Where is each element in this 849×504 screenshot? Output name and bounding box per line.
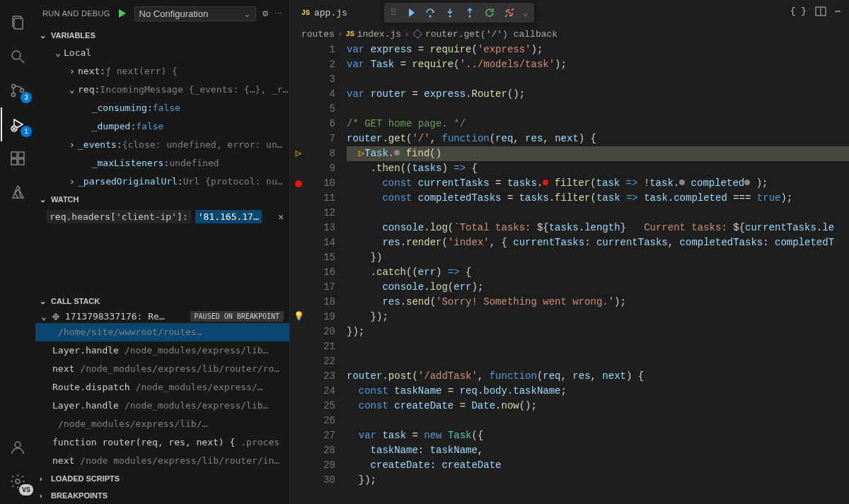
- more-actions-icon[interactable]: ⋯: [835, 6, 841, 20]
- editor-tabs: JS app.js ⠿ ⌄ { } ⋯: [290, 0, 849, 25]
- js-icon: JS: [301, 9, 310, 17]
- step-into-button[interactable]: [444, 6, 456, 19]
- tab-app-js[interactable]: JS app.js: [293, 0, 356, 25]
- thread-row[interactable]: ⌄ 1713798337176: Re… PAUSED ON BREAKPOIN…: [35, 310, 289, 323]
- var-consuming[interactable]: _consuming: false: [35, 99, 289, 117]
- activity-search[interactable]: [1, 40, 35, 74]
- svg-point-4: [12, 85, 16, 88]
- start-debug-button[interactable]: [116, 7, 129, 20]
- js-icon: JS: [346, 30, 354, 38]
- editor-area: JS app.js ⠿ ⌄ { } ⋯ routes › JS index.js…: [290, 0, 849, 504]
- svg-rect-26: [413, 30, 422, 38]
- split-editor-icon[interactable]: [815, 6, 826, 20]
- activity-extensions[interactable]: [1, 141, 35, 175]
- svg-point-21: [429, 16, 431, 18]
- svg-line-3: [20, 59, 24, 63]
- svg-point-16: [16, 479, 20, 484]
- config-select[interactable]: No Configuration⌄: [134, 6, 256, 21]
- watch-remove-icon[interactable]: ✕: [278, 211, 284, 222]
- var-next[interactable]: › next: ƒ next(err) {: [35, 62, 289, 81]
- watch-body: req.headers['client-ip']: '81.165.17… ✕: [35, 208, 289, 225]
- svg-point-15: [15, 442, 21, 447]
- callstack-section-header[interactable]: ⌄CALL STACK: [35, 293, 289, 310]
- activity-bar: 3 1 VS: [0, 0, 35, 504]
- more-icon[interactable]: ⋯: [275, 9, 282, 18]
- continue-button[interactable]: [404, 6, 417, 19]
- stack-frame[interactable]: Layer.handle/node_modules/express/lib…: [35, 397, 289, 415]
- svg-point-23: [468, 16, 470, 18]
- svg-rect-13: [18, 159, 24, 165]
- variables-body: ⌄ Local › next: ƒ next(err) { ⌄ req: Inc…: [35, 44, 289, 191]
- stack-frame[interactable]: /home/site/wwwroot/routes…: [35, 323, 289, 341]
- drag-handle-icon[interactable]: ⠿: [390, 7, 397, 18]
- svg-rect-1: [14, 18, 23, 29]
- paused-badge: PAUSED ON BREAKPOINT: [190, 311, 284, 322]
- debug-toolbar: ⠿ ⌄: [384, 3, 534, 23]
- stack-frame[interactable]: Layer.handle/node_modules/express/lib…: [35, 341, 289, 360]
- code-editor[interactable]: ▷💡 1234567891011121314151617181920212223…: [290, 42, 849, 504]
- restart-button[interactable]: [483, 6, 496, 19]
- svg-point-5: [12, 93, 16, 97]
- activity-debug[interactable]: 1: [1, 107, 35, 141]
- svg-marker-17: [119, 9, 126, 18]
- activity-settings[interactable]: VS: [1, 464, 35, 498]
- step-out-button[interactable]: [463, 6, 476, 19]
- variables-section-header[interactable]: ⌄VARIABLES: [35, 27, 289, 44]
- stack-frame[interactable]: next/node_modules/express/lib/router/ro…: [35, 360, 289, 378]
- stack-frame[interactable]: next/node modules/express/lib/router/in…: [35, 452, 289, 470]
- debug-sidebar: RUN AND DEBUG No Configuration⌄ ⚙ ⋯ ⌄VAR…: [35, 0, 290, 504]
- activity-explorer[interactable]: [1, 6, 35, 40]
- var-maxlisteners[interactable]: _maxListeners: undefined: [35, 154, 289, 172]
- step-over-button[interactable]: [424, 6, 437, 19]
- var-parsedurl[interactable]: › _parsedOriginalUrl: Url {protocol: nu…: [35, 172, 289, 191]
- stack-frame[interactable]: /node_modules/express/lib/…: [35, 415, 289, 433]
- stack-frame[interactable]: function router(req, res, next) {.proces: [35, 433, 289, 452]
- callstack-body: ⌄ 1713798337176: Re… PAUSED ON BREAKPOIN…: [35, 310, 289, 470]
- gear-icon[interactable]: ⚙: [262, 9, 269, 18]
- activity-account[interactable]: [1, 430, 35, 464]
- method-icon: [412, 29, 422, 39]
- chevron-down-icon[interactable]: ⌄: [523, 7, 529, 18]
- disconnect-button[interactable]: [503, 6, 516, 19]
- activity-bottom: VS: [1, 430, 35, 498]
- stack-frame[interactable]: Route.dispatch/node_modules/express/…: [35, 378, 289, 397]
- vs-badge: VS: [19, 484, 33, 496]
- svg-point-22: [449, 16, 451, 18]
- sidebar-title: RUN AND DEBUG: [42, 9, 110, 18]
- svg-rect-14: [18, 152, 24, 158]
- bug-icon: [51, 312, 61, 322]
- svg-rect-12: [11, 159, 17, 165]
- debug-badge: 1: [21, 126, 32, 137]
- var-events[interactable]: › _events: {close: undefined, error: un…: [35, 136, 289, 154]
- var-dumped[interactable]: _dumped: false: [35, 117, 289, 136]
- scm-badge: 3: [21, 92, 32, 103]
- var-req[interactable]: ⌄ req: IncomingMessage {_events: {…}, _r…: [35, 81, 289, 99]
- breakpoints-header[interactable]: ›BREAKPOINTS: [35, 487, 289, 504]
- braces-icon[interactable]: { }: [790, 6, 807, 20]
- svg-rect-11: [11, 152, 17, 158]
- activity-scm[interactable]: 3: [1, 74, 35, 107]
- editor-actions: { } ⋯: [790, 6, 849, 20]
- sidebar-header: RUN AND DEBUG No Configuration⌄ ⚙ ⋯: [35, 0, 289, 27]
- scope-local[interactable]: ⌄ Local: [35, 44, 289, 62]
- activity-azure[interactable]: [1, 175, 35, 209]
- loaded-scripts-header[interactable]: ›LOADED SCRIPTS: [35, 470, 289, 487]
- watch-section-header[interactable]: ⌄WATCH: [35, 191, 289, 208]
- breadcrumb[interactable]: routes › JS index.js › router.get('/') c…: [290, 25, 849, 42]
- svg-point-2: [12, 51, 21, 59]
- watch-item[interactable]: req.headers['client-ip']: '81.165.17… ✕: [35, 208, 289, 225]
